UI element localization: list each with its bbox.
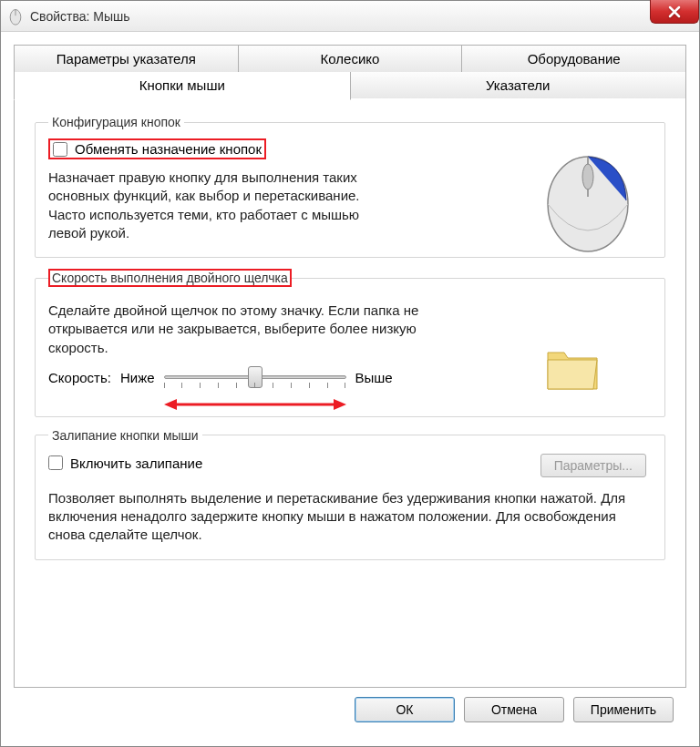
- close-button[interactable]: [650, 0, 699, 24]
- group-doubleclick-legend: Скорость выполнения двойного щелчка: [48, 269, 292, 287]
- group-doubleclick-speed: Скорость выполнения двойного щелчка Сдел…: [35, 269, 665, 417]
- tab-pointers[interactable]: Указатели: [351, 72, 687, 99]
- tab-pointer-options[interactable]: Параметры указателя: [14, 45, 239, 72]
- swap-buttons-description: Назначает правую кнопку для выполнения т…: [48, 169, 376, 242]
- window-title: Свойства: Мышь: [30, 9, 130, 24]
- group-button-config: Конфигурация кнопок Обменять назначение …: [35, 115, 665, 258]
- tab-wheel[interactable]: Колесико: [239, 45, 463, 72]
- cancel-button[interactable]: Отмена: [464, 697, 564, 722]
- faster-label: Выше: [355, 370, 393, 385]
- svg-marker-6: [334, 399, 346, 410]
- clicklock-label[interactable]: Включить залипание: [70, 455, 202, 471]
- slower-label: Ниже: [120, 370, 155, 385]
- group-clicklock: Залипание кнопки мыши Включить залипание…: [35, 428, 665, 560]
- svg-marker-5: [164, 399, 177, 410]
- svg-point-3: [582, 164, 593, 189]
- doubleclick-test-folder-icon[interactable]: [540, 334, 604, 398]
- tabs-row-bottom: Кнопки мыши Указатели: [14, 72, 686, 99]
- dialog-buttons: ОК Отмена Применить: [14, 688, 686, 733]
- mouse-illustration: [533, 148, 643, 257]
- mouse-properties-window: Свойства: Мышь Параметры указателя Колес…: [0, 0, 700, 747]
- clicklock-settings-button: Параметры...: [540, 454, 646, 477]
- titlebar: Свойства: Мышь: [1, 1, 699, 32]
- group-clicklock-legend: Залипание кнопки мыши: [48, 428, 202, 443]
- clicklock-description: Позволяет выполнять выделение и перетаск…: [48, 489, 632, 545]
- speed-slider[interactable]: [164, 375, 346, 379]
- annotation-arrow-icon: [164, 397, 346, 412]
- doubleclick-description: Сделайте двойной щелчок по этому значку.…: [48, 302, 431, 357]
- group-button-config-legend: Конфигурация кнопок: [48, 115, 184, 129]
- clicklock-checkbox[interactable]: [48, 455, 63, 470]
- apply-button[interactable]: Применить: [573, 697, 674, 722]
- swap-buttons-checkbox[interactable]: [53, 142, 67, 157]
- mouse-icon: [6, 7, 25, 26]
- tabs-row-top: Параметры указателя Колесико Оборудовани…: [14, 45, 686, 72]
- tab-mouse-buttons[interactable]: Кнопки мыши: [14, 72, 351, 100]
- tab-hardware[interactable]: Оборудование: [462, 45, 686, 72]
- speed-label: Скорость:: [48, 370, 111, 385]
- ok-button[interactable]: ОК: [355, 697, 455, 722]
- dialog-content: Параметры указателя Колесико Оборудовани…: [1, 32, 699, 746]
- swap-buttons-label[interactable]: Обменять назначение кнопок: [75, 141, 262, 157]
- highlight-swap-buttons: Обменять назначение кнопок: [48, 138, 266, 159]
- tab-panel-mouse-buttons: Конфигурация кнопок Обменять назначение …: [14, 98, 686, 688]
